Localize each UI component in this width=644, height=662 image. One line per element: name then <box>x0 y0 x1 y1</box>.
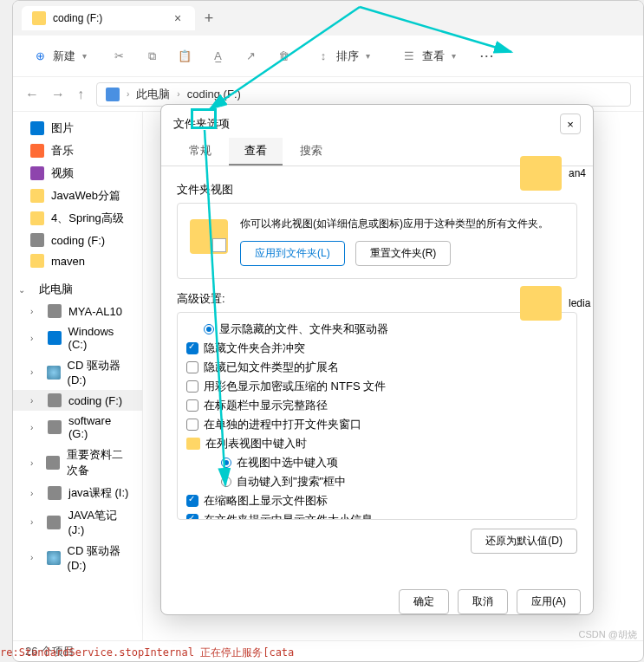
apply-button[interactable]: 应用(A) <box>517 589 581 614</box>
view-description: 你可以将此视图(如详细信息或图标)应用于这种类型的所有文件夹。 <box>240 216 549 232</box>
sidebar-drive-item[interactable]: ›coding (F:) <box>13 390 142 411</box>
item-icon <box>30 254 44 268</box>
checkbox[interactable] <box>186 361 198 373</box>
sidebar-drive-item[interactable]: ›CD 驱动器 (D:) <box>13 540 142 575</box>
radio[interactable] <box>221 458 231 468</box>
copy-icon[interactable]: ⧉ <box>144 49 159 64</box>
advanced-settings-list[interactable]: 显示隐藏的文件、文件夹和驱动器隐藏文件夹合并冲突隐藏已知文件类型的扩展名用彩色显… <box>177 312 577 520</box>
advanced-setting-item[interactable]: 显示隐藏的文件、文件夹和驱动器 <box>183 320 571 339</box>
new-button[interactable]: ⊕ 新建 ▾ <box>25 45 94 68</box>
advanced-setting-item[interactable]: 自动键入到"搜索"框中 <box>183 472 571 491</box>
chevron-right-icon: › <box>177 89 179 99</box>
up-button[interactable]: ↑ <box>77 87 84 102</box>
sidebar-item[interactable]: 视频 <box>13 162 142 185</box>
tab-title: coding (F:) <box>53 12 164 24</box>
tab-strip: coding (F:) × + <box>13 1 643 36</box>
share-icon[interactable]: ↗ <box>243 49 258 64</box>
chevron-right-icon: › <box>30 489 41 498</box>
radio[interactable] <box>204 324 214 334</box>
chevron-right-icon: › <box>30 458 39 468</box>
advanced-setting-item[interactable]: 在文件夹提示中显示文件大小信息 <box>183 510 571 520</box>
paste-icon[interactable]: 📋 <box>177 49 192 64</box>
folder-icon <box>520 156 562 191</box>
drive-icon <box>48 304 62 318</box>
sidebar-drive-item[interactable]: ›MYA-AL10 <box>13 301 142 321</box>
view-button[interactable]: ☰ 查看 ▾ <box>394 45 463 68</box>
address-bar[interactable]: › 此电脑 › coding (F:) <box>96 82 631 107</box>
dialog-close-button[interactable]: × <box>560 114 581 134</box>
sidebar-drive-item[interactable]: ›software (G:) <box>13 411 142 444</box>
back-button[interactable]: ← <box>25 87 39 102</box>
advanced-label: 高级设置: <box>177 291 577 307</box>
chevron-right-icon: › <box>127 89 129 99</box>
rename-icon[interactable]: A̲ <box>210 49 225 64</box>
sidebar-drive-item[interactable]: ›CD 驱动器 (D:) <box>13 354 142 390</box>
checkbox[interactable] <box>186 342 198 354</box>
sidebar-item[interactable]: maven <box>13 250 142 271</box>
checkbox[interactable] <box>186 380 198 393</box>
item-icon <box>30 166 44 180</box>
chevron-right-icon: › <box>30 396 41 406</box>
cancel-button[interactable]: 取消 <box>458 589 508 614</box>
delete-icon[interactable]: 🗑 <box>276 49 291 64</box>
advanced-setting-item[interactable]: 隐藏已知文件类型的扩展名 <box>183 358 571 377</box>
apply-to-folders-button[interactable]: 应用到文件夹(L) <box>240 241 345 266</box>
chevron-down-icon: ▾ <box>82 51 87 61</box>
item-icon <box>30 121 44 135</box>
dialog-body: 文件夹视图 你可以将此视图(如详细信息或图标)应用于这种类型的所有文件夹。 应用… <box>161 166 593 582</box>
folder-tile[interactable]: ledia <box>520 286 590 321</box>
sidebar-drive-item[interactable]: ›Windows (C:) <box>13 321 142 354</box>
dialog-title: 文件夹选项 <box>173 116 230 132</box>
forward-button[interactable]: → <box>51 87 65 102</box>
advanced-setting-item[interactable]: 在缩略图上显示文件图标 <box>183 491 571 510</box>
advanced-setting-item[interactable]: 用彩色显示加密或压缩的 NTFS 文件 <box>183 377 571 396</box>
breadcrumb-current[interactable]: coding (F:) <box>187 88 241 101</box>
advanced-setting-item[interactable]: 在视图中选中键入项 <box>183 453 571 472</box>
view-icon: ☰ <box>401 49 417 64</box>
advanced-setting-item[interactable]: 在单独的进程中打开文件夹窗口 <box>183 415 571 434</box>
reset-folders-button[interactable]: 重置文件夹(R) <box>355 241 452 266</box>
close-icon[interactable]: × <box>171 11 185 25</box>
new-tab-button[interactable]: + <box>195 10 223 28</box>
checkbox[interactable] <box>186 419 198 431</box>
checkbox[interactable] <box>186 399 198 412</box>
advanced-setting-item[interactable]: 在标题栏中显示完整路径 <box>183 396 571 415</box>
folder-tile[interactable]: an4 <box>520 156 586 191</box>
sort-button[interactable]: ↕ 排序 ▾ <box>309 45 377 68</box>
item-icon <box>30 211 44 225</box>
dialog-footer: 确定 取消 应用(A) <box>161 582 593 621</box>
checkbox[interactable] <box>186 495 198 507</box>
dialog-tab[interactable]: 搜索 <box>284 138 338 166</box>
window-tab[interactable]: coding (F:) × <box>22 6 195 30</box>
folder-icon <box>190 219 228 254</box>
advanced-setting-item[interactable]: 在列表视图中键入时 <box>183 434 571 453</box>
sidebar-drive-item[interactable]: ›java课程 (I:) <box>13 482 142 504</box>
sidebar-item[interactable]: 音乐 <box>13 140 142 162</box>
sidebar-item[interactable]: coding (F:) <box>13 230 142 250</box>
advanced-setting-item[interactable]: 隐藏文件夹合并冲突 <box>183 339 571 358</box>
sidebar: 图片音乐视频JavaWeb分篇4、Spring高级coding (F:)mave… <box>13 112 143 640</box>
sidebar-item[interactable]: JavaWeb分篇 <box>13 185 142 207</box>
chevron-right-icon: › <box>30 553 40 562</box>
plus-circle-icon: ⊕ <box>32 49 48 64</box>
dialog-tab[interactable]: 常规 <box>173 138 227 166</box>
chevron-right-icon: › <box>30 307 41 316</box>
sidebar-this-pc[interactable]: ⌄此电脑 <box>13 278 142 301</box>
sidebar-drive-item[interactable]: ›重要资料二次备 <box>13 444 142 482</box>
checkbox[interactable] <box>186 514 198 520</box>
chevron-down-icon: ⌄ <box>18 285 29 295</box>
chevron-right-icon: › <box>30 367 40 377</box>
breadcrumb-root[interactable]: 此电脑 <box>136 87 170 102</box>
item-icon <box>30 144 44 158</box>
sidebar-drive-item[interactable]: ›JAVA笔记 (J:) <box>13 504 142 540</box>
drive-icon <box>46 456 60 470</box>
radio[interactable] <box>221 477 231 487</box>
cut-icon[interactable]: ✂ <box>111 49 127 64</box>
restore-defaults-button[interactable]: 还原为默认值(D) <box>471 529 577 554</box>
sidebar-item[interactable]: 图片 <box>13 117 142 140</box>
sort-icon: ↕ <box>315 49 331 64</box>
dialog-tab[interactable]: 查看 <box>229 138 283 166</box>
sidebar-item[interactable]: 4、Spring高级 <box>13 207 142 230</box>
more-button[interactable]: ··· <box>480 49 495 62</box>
ok-button[interactable]: 确定 <box>399 589 449 614</box>
